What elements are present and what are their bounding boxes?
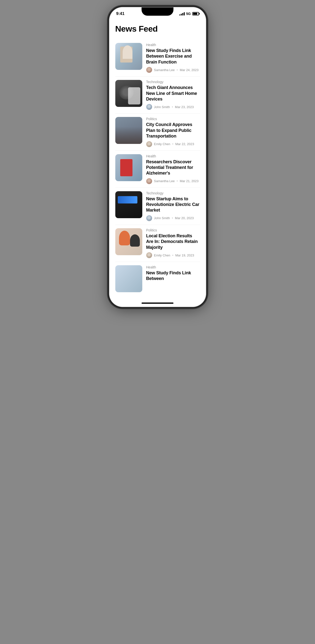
battery-icon — [192, 12, 199, 16]
status-time: 9:41 — [116, 11, 125, 16]
article-author-5: John Smith — [154, 216, 170, 220]
article-thumbnail-5 — [115, 191, 142, 218]
article-thumbnail-6 — [115, 228, 142, 255]
article-meta-2: John Smith•Mar 23, 2023 — [146, 104, 200, 110]
article-date-5: Mar 20, 2023 — [175, 216, 194, 220]
article-date-1: Mar 24, 2023 — [180, 68, 199, 72]
article-title-3: City Council Approves Plan to Expand Pub… — [146, 122, 200, 139]
article-author-2: John Smith — [154, 105, 170, 109]
network-type: 5G — [186, 12, 191, 16]
article-date-2: Mar 23, 2023 — [175, 105, 194, 109]
article-text-2: TechnologyTech Giant Announces New Line … — [146, 80, 200, 110]
news-item-6[interactable]: PoliticsLocal Election Results Are In: D… — [109, 225, 206, 262]
meta-dot-2: • — [172, 105, 173, 109]
status-icons: 5G — [179, 12, 199, 16]
author-avatar-6 — [146, 252, 152, 258]
news-item-1[interactable]: HealthNew Study Finds Link Between Exerc… — [109, 40, 206, 76]
article-thumbnail-7 — [115, 265, 142, 292]
article-author-1: Samantha Lee — [154, 68, 175, 72]
article-date-6: Mar 19, 2023 — [175, 254, 194, 257]
article-text-1: HealthNew Study Finds Link Between Exerc… — [146, 43, 200, 73]
article-title-5: New Startup Aims to Revolutionize Electr… — [146, 196, 200, 213]
author-avatar-2 — [146, 104, 152, 110]
home-bar — [142, 302, 173, 304]
article-date-4: Mar 21, 2023 — [180, 179, 199, 183]
battery-fill — [193, 13, 197, 15]
news-item-5[interactable]: TechnologyNew Startup Aims to Revolution… — [109, 188, 206, 224]
article-category-5: Technology — [146, 191, 200, 195]
article-category-1: Health — [146, 43, 200, 47]
article-title-1: New Study Finds Link Between Exercise an… — [146, 48, 200, 65]
article-meta-6: Emily Chen•Mar 19, 2023 — [146, 252, 200, 258]
article-category-7: Health — [146, 265, 200, 269]
article-text-6: PoliticsLocal Election Results Are In: D… — [146, 228, 200, 258]
article-category-3: Politics — [146, 117, 200, 121]
article-title-7: New Study Finds Link Between — [146, 270, 200, 282]
author-avatar-3 — [146, 141, 152, 147]
news-item-3[interactable]: PoliticsCity Council Approves Plan to Ex… — [109, 114, 206, 150]
articles-list: HealthNew Study Finds Link Between Exerc… — [109, 40, 206, 296]
article-meta-3: Emily Chen•Mar 22, 2023 — [146, 141, 200, 147]
article-author-3: Emily Chen — [154, 142, 170, 146]
article-author-6: Emily Chen — [154, 254, 170, 257]
article-meta-4: Samantha Lee•Mar 21, 2023 — [146, 178, 200, 184]
article-thumbnail-1 — [115, 43, 142, 70]
page-title: News Feed — [109, 20, 206, 40]
signal-bars-icon — [179, 12, 185, 16]
article-text-5: TechnologyNew Startup Aims to Revolution… — [146, 191, 200, 221]
article-category-6: Politics — [146, 228, 200, 232]
meta-dot-4: • — [177, 179, 178, 183]
article-author-4: Samantha Lee — [154, 179, 175, 183]
phone-frame: 9:41 5G News Feed HealthNew Study Finds … — [109, 7, 206, 307]
phone-inner: 9:41 5G News Feed HealthNew Study Finds … — [109, 7, 206, 307]
news-feed-content: News Feed HealthNew Study Finds Link Bet… — [109, 18, 206, 300]
article-thumbnail-4 — [115, 154, 142, 181]
article-meta-1: Samantha Lee•Mar 24, 2023 — [146, 67, 200, 73]
article-meta-5: John Smith•Mar 20, 2023 — [146, 215, 200, 221]
article-date-3: Mar 22, 2023 — [175, 142, 194, 146]
article-title-2: Tech Giant Announces New Line of Smart H… — [146, 85, 200, 102]
meta-dot-1: • — [177, 68, 178, 72]
news-item-7[interactable]: HealthNew Study Finds Link Between — [109, 262, 206, 296]
news-item-2[interactable]: TechnologyTech Giant Announces New Line … — [109, 76, 206, 113]
author-avatar-4 — [146, 178, 152, 184]
article-text-3: PoliticsCity Council Approves Plan to Ex… — [146, 117, 200, 147]
article-title-6: Local Election Results Are In: Democrats… — [146, 233, 200, 250]
article-thumbnail-3 — [115, 117, 142, 144]
meta-dot-5: • — [172, 216, 173, 220]
news-item-4[interactable]: HealthResearchers Discover Potential Tre… — [109, 151, 206, 188]
article-thumbnail-2 — [115, 80, 142, 107]
article-title-4: Researchers Discover Potential Treatment… — [146, 159, 200, 176]
author-avatar-5 — [146, 215, 152, 221]
article-category-2: Technology — [146, 80, 200, 84]
author-avatar-1 — [146, 67, 152, 73]
article-text-4: HealthResearchers Discover Potential Tre… — [146, 154, 200, 184]
meta-dot-3: • — [172, 142, 173, 146]
meta-dot-6: • — [172, 254, 173, 257]
home-indicator — [109, 300, 206, 307]
notch — [142, 7, 173, 16]
article-category-4: Health — [146, 154, 200, 158]
article-text-7: HealthNew Study Finds Link Between — [146, 265, 200, 282]
